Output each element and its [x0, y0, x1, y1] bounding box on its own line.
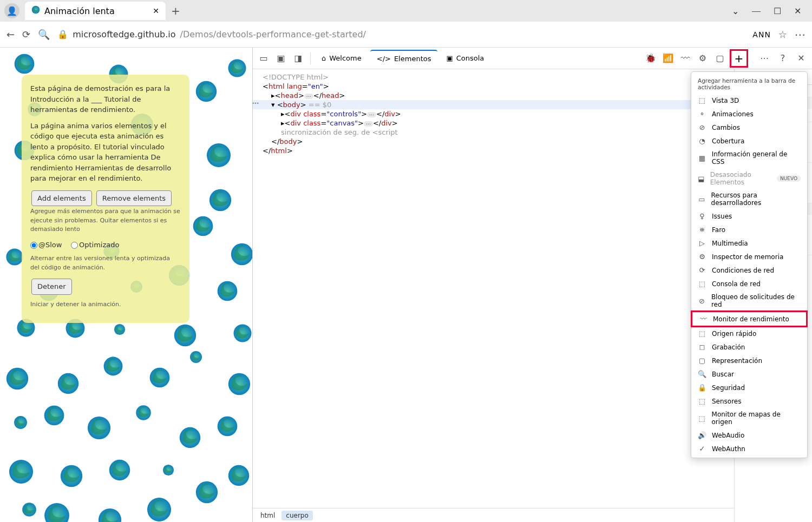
menu-item[interactable]: 🔊WebAudio — [691, 428, 807, 442]
close-window-icon[interactable]: ✕ — [794, 6, 801, 16]
menu-item[interactable]: ✓WebAuthn — [691, 442, 807, 455]
menu-item-label: Seguridad — [712, 384, 745, 392]
stop-button[interactable]: Detener — [31, 279, 72, 295]
menu-item[interactable]: ⬚Sensores — [691, 394, 807, 408]
help-icon[interactable]: ? — [775, 51, 790, 66]
new-tab-button[interactable]: + — [171, 4, 180, 17]
search-icon[interactable]: 🔍 — [38, 29, 50, 40]
dom-tree[interactable]: <!DOCTYPE html> <html lang="en"> ▸<head>… — [253, 69, 734, 508]
profile-avatar-icon[interactable]: 👤 — [4, 3, 19, 18]
caret-down-icon[interactable]: ⌄ — [732, 6, 739, 16]
menu-item-label: Issues — [712, 213, 732, 220]
profile-label[interactable]: ANN — [752, 30, 771, 39]
menu-item-label: Desasociado Elementos — [710, 171, 771, 186]
bug-icon[interactable]: 🐞 — [643, 51, 658, 66]
menu-item[interactable]: ♀Issues — [691, 209, 807, 223]
menu-item-icon: ⬚ — [698, 414, 706, 422]
menu-item[interactable]: ⊘Bloqueo de solicitudes de red — [691, 290, 807, 311]
menu-item[interactable]: ▦Información general de CSS — [691, 148, 807, 168]
menu-item[interactable]: ▢Representación — [691, 354, 807, 367]
menu-item[interactable]: ⬚Vista 3D — [691, 94, 807, 107]
menu-item-icon: ⚬ — [698, 110, 706, 118]
menu-item-icon: ▷ — [698, 239, 706, 247]
browser-tab[interactable]: Animación lenta ✕ — [25, 2, 166, 20]
menu-item-icon: 🔊 — [698, 431, 706, 439]
dom-node[interactable]: </html> — [253, 146, 734, 155]
add-elements-button[interactable]: Add elements — [31, 190, 92, 207]
radio-slow[interactable]: @Slow — [30, 241, 62, 249]
help-text-2: Alternar entre las versiones lenta y opt… — [30, 254, 181, 272]
wifi-icon[interactable]: 📶 — [660, 51, 676, 66]
menu-item[interactable]: 🔒Seguridad — [691, 381, 807, 394]
address-bar[interactable]: 🔒 microsoftedge.github.io/Demos/devtools… — [57, 29, 745, 39]
performance-icon[interactable]: 〰 — [678, 51, 693, 66]
dom-node[interactable]: ▸<head>⋯</head> — [253, 91, 734, 100]
menu-item-icon: ⊘ — [698, 123, 706, 131]
back-icon[interactable]: ← — [6, 29, 15, 40]
menu-item[interactable]: ▷Multimedia — [691, 236, 807, 250]
menu-item[interactable]: ⊘Cambios — [691, 121, 807, 134]
menu-item-icon: 〰 — [699, 315, 708, 323]
menu-item-label: Grabación — [712, 343, 745, 351]
tab-welcome[interactable]: ⌂Welcome — [315, 50, 368, 67]
dom-node[interactable]: <html lang="en"> — [253, 82, 734, 91]
menu-item[interactable]: 〰Monitor de rendimiento — [691, 310, 808, 327]
browser-toolbar: ← ⟳ 🔍 🔒 microsoftedge.github.io/Demos/de… — [0, 22, 812, 48]
device-icon[interactable]: ▣ — [273, 51, 289, 66]
minimize-icon[interactable]: ― — [752, 6, 761, 16]
dom-node[interactable]: <!DOCTYPE html> — [253, 72, 734, 82]
menu-item[interactable]: ⚬Animaciones — [691, 107, 807, 121]
menu-item-icon: ⊘ — [698, 297, 706, 305]
menu-item[interactable]: ⬚Consola de red — [691, 277, 807, 290]
browser-tab-strip: 👤 Animación lenta ✕ + ⌄ ― ☐ ✕ — [0, 0, 812, 22]
browser-menu-icon[interactable]: ⋯ — [795, 28, 806, 41]
menu-item-label: Monitor de mapas de origen — [712, 411, 801, 426]
menu-item-icon: ⬚ — [698, 96, 706, 104]
tab-title: Animación lenta — [44, 6, 115, 16]
close-tab-icon[interactable]: ✕ — [153, 6, 159, 15]
menu-item[interactable]: ⬚Origen rápido — [691, 327, 807, 340]
menu-item-label: Inspector de memoria — [712, 253, 783, 261]
remove-elements-button[interactable]: Remove elements — [96, 190, 172, 207]
inspect-icon[interactable]: ▭ — [256, 51, 271, 66]
menu-item[interactable]: ▭Recursos para desarrolladores — [691, 189, 807, 209]
dom-node-selected[interactable]: ▾ <body> == $0 — [253, 100, 734, 109]
menu-item[interactable]: ⬚Monitor de mapas de origen — [691, 408, 807, 428]
crumb-html[interactable]: html — [256, 511, 279, 520]
menu-item-icon: ⚙ — [698, 253, 706, 261]
crumb-body[interactable]: cuerpo — [281, 511, 312, 520]
dom-node[interactable]: ▸<div class="canvas">⋯</div> — [253, 118, 734, 128]
app-icon[interactable]: ▢ — [712, 51, 728, 66]
menu-item-icon: ▦ — [698, 154, 706, 162]
favorite-icon[interactable]: ☆ — [778, 29, 787, 40]
tab-console[interactable]: ▣Consola — [440, 50, 490, 67]
dom-node[interactable]: ▸<div class="controls">⋯</div> — [253, 109, 734, 118]
menu-item-label: Cobertura — [712, 137, 744, 145]
maximize-icon[interactable]: ☐ — [774, 6, 781, 16]
menu-header: Agregar herramienta a la barra de activi… — [691, 74, 807, 94]
menu-item[interactable]: ⚙Inspector de memoria — [691, 250, 807, 263]
menu-item-label: Sensores — [712, 398, 742, 405]
more-icon[interactable]: ⋯ — [757, 51, 772, 66]
menu-item[interactable]: ⟳Condiciones de red — [691, 263, 807, 277]
radio-optimized[interactable]: Optimizado — [71, 241, 119, 249]
menu-item[interactable]: ⬓Desasociado ElementosNUEVO — [691, 168, 807, 189]
close-devtools-icon[interactable]: ✕ — [794, 51, 809, 66]
menu-item-icon: 🔍 — [698, 370, 706, 378]
menu-item[interactable]: ◔Cobertura — [691, 134, 807, 148]
menu-item-label: Multimedia — [712, 240, 748, 247]
menu-item-label: WebAuthn — [712, 445, 745, 453]
menu-item-label: WebAudio — [712, 432, 744, 439]
dom-node[interactable]: sincronización de seg. de <script — [253, 128, 734, 137]
menu-item-icon: ▢ — [698, 356, 706, 365]
refresh-icon[interactable]: ⟳ — [22, 29, 30, 40]
menu-item[interactable]: ⛯Faro — [691, 223, 807, 236]
menu-item[interactable]: ◻Grabación — [691, 340, 807, 354]
dock-icon[interactable]: ◨ — [291, 51, 306, 66]
gear-icon[interactable]: ⚙ — [695, 51, 710, 66]
tab-elements[interactable]: </>Elementos — [370, 50, 438, 67]
menu-item-icon: ⟳ — [698, 266, 706, 274]
add-tool-button[interactable]: + — [730, 49, 748, 68]
menu-item[interactable]: 🔍Buscar — [691, 367, 807, 381]
dom-node[interactable]: </body> — [253, 137, 734, 146]
